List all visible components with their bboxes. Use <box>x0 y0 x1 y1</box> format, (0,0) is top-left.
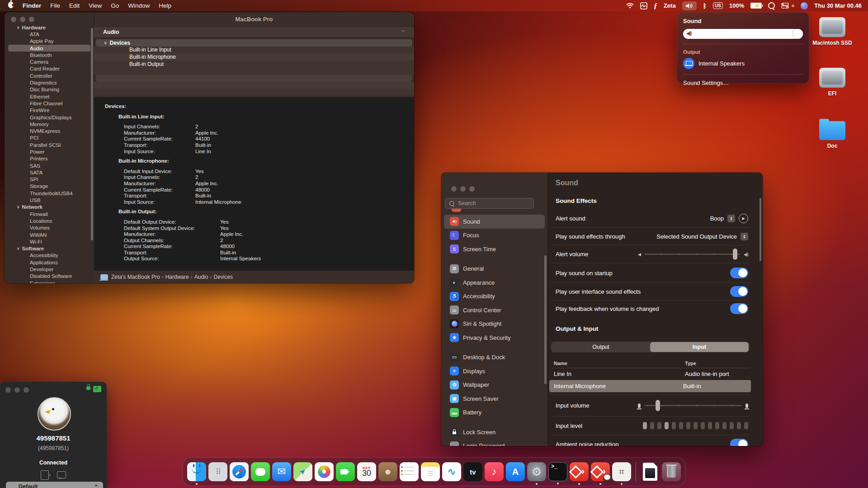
status-user-label[interactable]: Zeta <box>664 2 676 9</box>
sidebar-item-sound[interactable]: ◀))Sound <box>444 215 545 229</box>
sidebar-item-control-center[interactable]: ⚌Control Center <box>444 303 545 317</box>
dock-messages[interactable] <box>251 462 270 481</box>
menu-finder[interactable]: Finder <box>23 2 41 9</box>
dock-music[interactable]: ♪ <box>485 462 504 481</box>
script-f-icon[interactable]: ƒ <box>654 2 657 10</box>
tree-item-devices[interactable]: ∨Devices <box>96 39 412 47</box>
sidebar-item-displays[interactable]: ☀Displays <box>444 364 545 378</box>
sysinfo-item-diagnostics[interactable]: Diagnostics <box>5 79 94 86</box>
sysinfo-item-memory[interactable]: Memory <box>5 121 94 127</box>
sound-settings-link[interactable]: Sound Settings… <box>683 80 803 86</box>
sysinfo-item-sas[interactable]: SAS <box>5 162 94 169</box>
sidebar-item-screen-time[interactable]: ⧖Screen Time <box>444 242 545 256</box>
tree-item-built-in-line-input[interactable]: Built-in Line Input <box>94 47 414 54</box>
pane-scrollbar[interactable] <box>760 198 761 261</box>
sysinfo-item-ethernet[interactable]: Ethernet <box>5 93 94 100</box>
dock-contacts[interactable]: ☻ <box>378 462 397 481</box>
sysinfo-item-fibre-channel[interactable]: Fibre Channel <box>5 100 94 107</box>
sysinfo-item-nvmexpress[interactable]: NVMExpress <box>5 127 94 134</box>
dock-reminders[interactable] <box>400 462 419 481</box>
alert-volume-knob[interactable] <box>733 249 737 260</box>
tree-item-built-in-microphone[interactable]: Built-in Microphone <box>94 53 414 61</box>
send-file-icon[interactable] <box>41 470 49 480</box>
zoom-button[interactable] <box>24 387 29 393</box>
menu-edit[interactable]: Edit <box>69 2 80 9</box>
dock-calendar[interactable]: MAR30 <box>357 462 376 481</box>
menu-help[interactable]: Help <box>159 2 171 9</box>
sidebar-item-focus[interactable]: ☾Focus <box>444 229 545 243</box>
sysinfo-item-camera[interactable]: Camera <box>5 58 94 65</box>
dock-anydesk[interactable]: › <box>570 462 589 481</box>
sysinfo-item-firewall[interactable]: Firewall <box>5 211 94 217</box>
siri-icon[interactable] <box>801 2 808 9</box>
waveform-box-icon[interactable] <box>640 2 647 10</box>
alert-volume-slider[interactable]: ◀ ◀)) <box>638 249 748 260</box>
minimize-button[interactable] <box>20 17 25 22</box>
tree-item-built-in-output[interactable]: Built-in Output <box>94 61 414 68</box>
sidebar-item-login-password[interactable]: Login Password <box>444 439 545 446</box>
ui-sounds-toggle[interactable] <box>730 286 748 297</box>
dock-app-store[interactable]: A <box>506 462 525 481</box>
sysinfo-section-software[interactable]: ∨Software <box>5 245 94 252</box>
window-controls[interactable] <box>5 387 29 393</box>
dock-document[interactable] <box>641 462 660 481</box>
sysinfo-section-hardware[interactable]: ∨Hardware <box>5 24 94 31</box>
battery-icon[interactable]: ⚡ <box>750 2 762 10</box>
input-volume-knob[interactable] <box>656 400 660 411</box>
zoom-button[interactable] <box>469 186 475 192</box>
sidebar-item-appearance[interactable]: ◐Appearance <box>444 276 545 290</box>
dock-finder[interactable] <box>187 462 206 481</box>
apple-menu[interactable] <box>8 2 14 9</box>
dock-chip-utility[interactable]: ⌗ <box>612 462 631 481</box>
sidebar-item-lock-screen[interactable]: Lock Screen <box>444 425 545 439</box>
play-alert-button[interactable]: ▶ <box>739 214 748 223</box>
sysinfo-item-locations[interactable]: Locations <box>5 217 94 224</box>
dock-terminal[interactable]: >_ <box>548 462 567 481</box>
breadcrumb-segment[interactable]: Zeta's MacBook Pro <box>111 274 160 280</box>
close-button[interactable] <box>11 17 16 22</box>
sysinfo-item-thunderbolt-usb4[interactable]: Thunderbolt/USB4 <box>5 190 94 197</box>
zoom-button[interactable] <box>29 17 34 22</box>
dock-freeform[interactable]: ∿ <box>442 462 461 481</box>
sysinfo-item-controller[interactable]: Controller <box>5 72 94 79</box>
alert-sound-stepper[interactable]: ▲▼ <box>727 215 735 222</box>
sysinfo-item-usb[interactable]: USB <box>5 197 94 203</box>
dock-photos[interactable] <box>315 462 334 481</box>
dock-anydesk-session[interactable]: › <box>591 462 610 481</box>
sysinfo-item-pci[interactable]: PCI <box>5 135 94 141</box>
sysinfo-item-ata[interactable]: ATA <box>5 31 94 38</box>
sysinfo-section-network[interactable]: ∨Network <box>5 204 94 211</box>
sidebar-item-wallpaper[interactable]: ✿Wallpaper <box>444 378 545 392</box>
dock-tv[interactable]: tv <box>463 462 482 481</box>
dock-maps[interactable]: ➤ <box>293 462 312 481</box>
sidebar-item-desktop-dock[interactable]: ▭Desktop & Dock <box>444 351 545 365</box>
sysinfo-item-spi[interactable]: SPI <box>5 176 94 183</box>
menu-go[interactable]: Go <box>111 2 119 9</box>
close-button[interactable] <box>451 186 457 192</box>
audio-section-header[interactable]: Audio ⌃ <box>94 26 414 38</box>
menu-window[interactable]: Window <box>128 2 150 9</box>
input-volume-slider[interactable] <box>638 400 748 412</box>
sidebar-item-screen-saver[interactable]: ▣Screen Saver <box>444 392 545 406</box>
wifi-icon[interactable] <box>626 2 634 10</box>
bluetooth-icon[interactable]: ᛒ <box>703 2 707 10</box>
sidebar-item-general[interactable]: ⚙General <box>444 262 545 276</box>
menu-file[interactable]: File <box>50 2 60 9</box>
sysinfo-item-firewire[interactable]: FireWire <box>5 107 94 114</box>
volume-icon[interactable] <box>682 1 697 10</box>
window-controls[interactable] <box>11 17 34 22</box>
menu-bar-clock[interactable]: Thu 30 Mar 00.46 <box>814 2 862 9</box>
volume-slider-knob[interactable] <box>793 29 803 39</box>
ambient-noise-toggle[interactable] <box>730 439 748 446</box>
tab-output[interactable]: Output <box>552 342 650 352</box>
input-source-icon[interactable]: US <box>713 2 723 9</box>
window-controls[interactable] <box>451 186 475 192</box>
sysinfo-item-graphics-displays[interactable]: Graphics/Displays <box>5 114 94 121</box>
sysinfo-item-disabled-software[interactable]: Disabled Software <box>5 273 94 280</box>
desktop-icon-efi[interactable]: EFI <box>807 68 857 97</box>
dock-mail[interactable]: ✉ <box>272 462 291 481</box>
spotlight-icon[interactable] <box>768 2 775 10</box>
sysinfo-item-extensions[interactable]: Extensions <box>5 280 94 283</box>
desktop-icon-doc[interactable]: Doc <box>807 118 857 149</box>
sysinfo-item-accessibility[interactable]: Accessibility <box>5 252 94 259</box>
